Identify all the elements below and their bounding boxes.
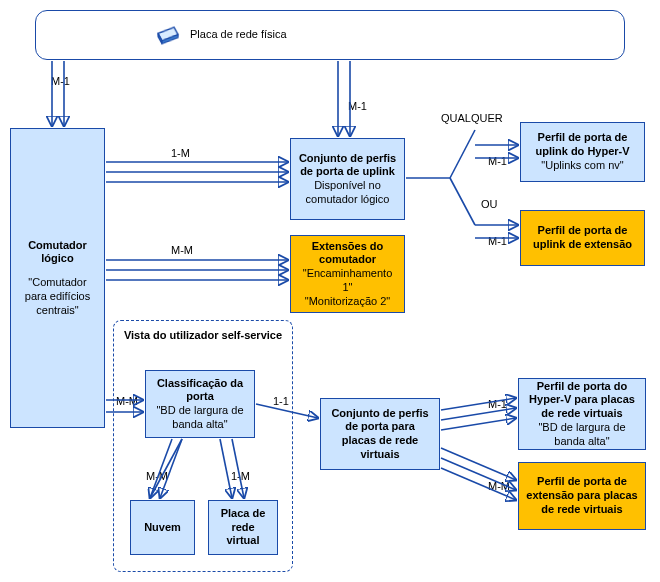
svg-line-31 [441, 448, 516, 480]
node-uplink-set: Conjunto de perfis de porta de uplink Di… [290, 138, 405, 220]
node-port-class: Classificação da porta "BD de largura de… [145, 370, 255, 438]
label-m1-a: M-1 [50, 75, 71, 87]
label-qualquer: QUALQUER [440, 112, 504, 124]
node-hyperv-vnic-profile: Perfil de porta do Hyper-V para placas d… [518, 378, 646, 450]
label-m1-c: M-1 [487, 155, 508, 167]
node-cloud: Nuvem [130, 500, 195, 555]
label-11: 1-1 [272, 395, 290, 407]
node-physical-nic: Placa de rede física [35, 10, 625, 60]
uplink-set-sub: Disponível no comutador lógico [297, 179, 398, 207]
label-mm-pc: M-M [115, 395, 139, 407]
ext-vnic-title: Perfil de porta de extensão para placas … [525, 475, 639, 516]
node-logical-switch: Comutador lógico "Comutador para edifíci… [10, 128, 105, 428]
hyperv-uplink-title: Perfil de porta de uplink do Hyper-V [527, 131, 638, 159]
switch-extensions-sub: "Encaminhamento 1" "Monitorização 2" [297, 267, 398, 308]
uplink-set-title: Conjunto de perfis de porta de uplink [297, 152, 398, 180]
switch-extensions-title: Extensões do comutador [297, 240, 398, 268]
port-class-title: Classificação da porta [152, 377, 248, 405]
hyperv-vnic-sub: "BD de largura de banda alta" [525, 421, 639, 449]
node-ext-uplink-profile: Perfil de porta de uplink de extensão [520, 210, 645, 266]
physical-nic-label: Placa de rede física [190, 28, 287, 42]
node-vnic-set: Conjunto de perfis de porta para placas … [320, 398, 440, 470]
frame-title: Vista do utilizador self-service [114, 329, 292, 341]
node-switch-extensions: Extensões do comutador "Encaminhamento 1… [290, 235, 405, 313]
label-m1-e: M-1 [487, 398, 508, 410]
cloud-title: Nuvem [144, 521, 181, 535]
svg-line-15 [450, 178, 475, 225]
node-virtual-nic: Placa de rede virtual [208, 500, 278, 555]
hyperv-uplink-sub: "Uplinks com nv" [541, 159, 623, 173]
svg-line-14 [450, 130, 475, 178]
port-class-sub: "BD de largura de banda alta" [152, 404, 248, 432]
node-hyperv-uplink-profile: Perfil de porta de uplink do Hyper-V "Up… [520, 122, 645, 182]
label-mm-cloud: M-M [145, 470, 169, 482]
svg-line-30 [441, 418, 516, 430]
vnic-set-title: Conjunto de perfis de porta para placas … [327, 407, 433, 462]
label-1m: 1-M [170, 147, 191, 159]
label-ou: OU [480, 198, 499, 210]
logical-switch-title: Comutador lógico [17, 239, 98, 267]
hyperv-vnic-title: Perfil de porta do Hyper-V para placas d… [525, 380, 639, 421]
label-mm: M-M [170, 244, 194, 256]
label-1m-vnic: 1-M [230, 470, 251, 482]
label-mm-f: M-M [487, 480, 511, 492]
ext-uplink-title: Perfil de porta de uplink de extensão [527, 224, 638, 252]
label-m1-b: M-1 [347, 100, 368, 112]
logical-switch-sub: "Comutador para edifícios centrais" [17, 276, 98, 317]
virtual-nic-title: Placa de rede virtual [215, 507, 271, 548]
label-m1-d: M-1 [487, 235, 508, 247]
node-ext-vnic-profile: Perfil de porta de extensão para placas … [518, 462, 646, 530]
nic-icon [156, 24, 180, 45]
